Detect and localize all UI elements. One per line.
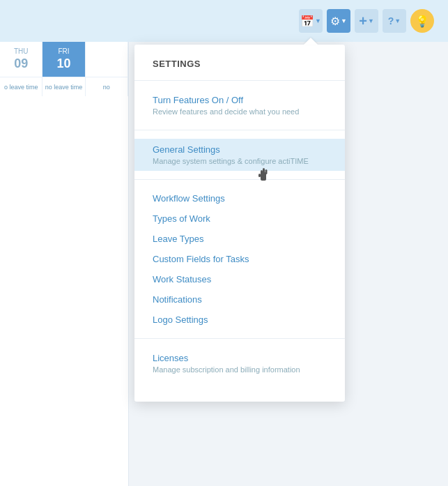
- day-num-thu: 09: [14, 56, 28, 71]
- leave-types-link[interactable]: Leave Types: [134, 229, 345, 249]
- general-settings-title: General Settings: [153, 144, 327, 155]
- settings-dropdown: SETTINGS Turn Features On / Off Review f…: [134, 45, 345, 402]
- calendar-icon-btn[interactable]: 📅 ▼: [299, 9, 323, 33]
- top-bar: 📅 ▼ ⚙ ▼ + ▼ ? ▼ 💡: [0, 0, 448, 42]
- calendar-header: Thu 09 Fri 10: [0, 42, 128, 77]
- logo-settings-link[interactable]: Logo Settings: [134, 310, 345, 330]
- gear-caret: ▼: [341, 17, 347, 24]
- settings-section-2: General Settings Manage system settings …: [134, 130, 345, 180]
- notifications-link[interactable]: Notifications: [134, 289, 345, 310]
- question-caret: ▼: [394, 17, 401, 24]
- types-of-work-link[interactable]: Types of Work: [134, 208, 345, 229]
- gear-icon-btn[interactable]: ⚙ ▼: [327, 9, 350, 33]
- bulb-icon: 💡: [415, 15, 429, 28]
- settings-title: SETTINGS: [134, 59, 345, 81]
- bulb-icon-btn[interactable]: 💡: [410, 9, 434, 33]
- calendar-day-fri: Fri 10: [43, 42, 85, 77]
- calendar-caret: ▼: [315, 17, 321, 24]
- licenses-desc: Manage subscription and billing informat…: [153, 365, 327, 374]
- gear-icon: ⚙: [330, 15, 340, 28]
- plus-icon-btn[interactable]: + ▼: [355, 9, 378, 33]
- calendar-area: Thu 09 Fri 10 o leave time no leave time…: [0, 42, 129, 486]
- turn-features-title: Turn Features On / Off: [153, 95, 327, 105]
- general-settings-desc: Manage system settings & configure actiT…: [153, 157, 327, 165]
- day-name-fri: Fri: [58, 47, 69, 55]
- question-icon: ?: [388, 15, 394, 26]
- plus-icon: +: [359, 13, 367, 29]
- general-settings-item[interactable]: General Settings Manage system settings …: [134, 139, 345, 171]
- workflow-settings-link[interactable]: Workflow Settings: [134, 188, 345, 208]
- calendar-icon: 📅: [300, 15, 314, 28]
- custom-fields-link[interactable]: Custom Fields for Tasks: [134, 249, 345, 269]
- day-num-fri: 10: [56, 56, 70, 71]
- calendar-day-thu: Thu 09: [0, 42, 43, 77]
- question-icon-btn[interactable]: ? ▼: [383, 9, 406, 33]
- turn-features-item[interactable]: Turn Features On / Off Review features a…: [134, 89, 345, 121]
- dropdown-arrow: [304, 38, 318, 45]
- licenses-title: Licenses: [153, 353, 327, 363]
- leave-cell-1: o leave time: [0, 77, 43, 96]
- licenses-item[interactable]: Licenses Manage subscription and billing…: [134, 347, 345, 379]
- settings-section-4: Licenses Manage subscription and billing…: [134, 339, 345, 388]
- day-name-thu: Thu: [14, 47, 29, 55]
- settings-section-1: Turn Features On / Off Review features a…: [134, 81, 345, 130]
- leave-cell-2: no leave time: [43, 77, 85, 96]
- calendar-day-3: [86, 42, 128, 77]
- plus-caret: ▼: [368, 17, 374, 24]
- settings-section-3: Workflow Settings Types of Work Leave Ty…: [134, 180, 345, 339]
- calendar-leave-row: o leave time no leave time no: [0, 77, 128, 96]
- work-statuses-link[interactable]: Work Statuses: [134, 269, 345, 289]
- leave-cell-3: no: [86, 77, 128, 96]
- turn-features-desc: Review features and decide what you need: [153, 107, 327, 116]
